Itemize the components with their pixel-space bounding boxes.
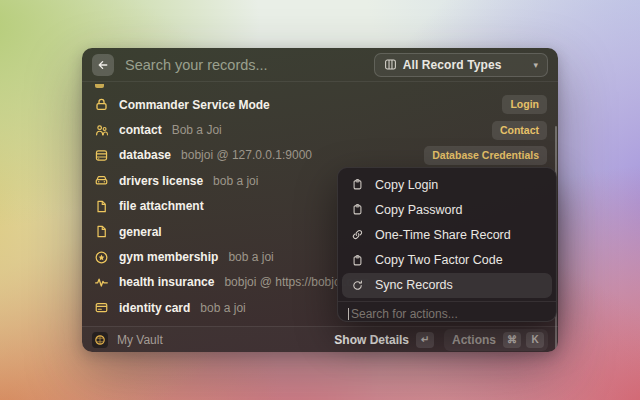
record-type-filter[interactable]: All Record Types ▾ <box>374 53 548 77</box>
record-type-badge: Database Credentials <box>424 146 547 165</box>
contact-icon <box>94 123 109 138</box>
clipboard-icon <box>351 178 365 192</box>
record-title: drivers license <box>119 174 203 188</box>
vault-name[interactable]: My Vault <box>117 333 163 347</box>
record-type-badge: Login <box>502 95 547 114</box>
lock-icon <box>94 97 109 112</box>
cmd-key-badge: ⌘ <box>503 332 521 348</box>
k-key-badge: K <box>526 332 544 348</box>
record-subtitle: bob a joi <box>228 250 273 264</box>
record-title: Commander Service Mode <box>119 98 270 112</box>
record-title: gym membership <box>119 250 218 264</box>
record-title: general <box>119 225 162 239</box>
menu-item-label: Copy Login <box>375 178 438 192</box>
record-subtitle: bob a joi <box>213 174 258 188</box>
menu-item-label: Sync Records <box>375 278 453 292</box>
record-type-badge: Contact <box>492 121 547 140</box>
file-icon <box>94 199 109 214</box>
arrow-left-icon <box>97 59 109 71</box>
database-icon <box>94 148 109 163</box>
record-subtitle: bob a joi <box>200 301 245 315</box>
actions-search-input[interactable]: Search for actions... <box>338 301 556 322</box>
record-title: database <box>119 148 171 162</box>
search-input[interactable]: Search your records... <box>125 57 374 73</box>
record-title: health insurance <box>119 275 214 289</box>
record-types-icon <box>384 58 397 71</box>
menu-item-label: One-Time Share Record <box>375 228 511 242</box>
clipboard-icon <box>351 253 365 267</box>
back-button[interactable] <box>92 54 114 76</box>
menu-item-label: Copy Password <box>375 203 463 217</box>
link-icon <box>351 228 365 242</box>
menu-item-copy-login[interactable]: Copy Login <box>342 172 552 197</box>
bottom-bar: My Vault Show Details ↵ Actions ⌘ K <box>82 326 558 352</box>
show-details-button[interactable]: Show Details <box>334 333 409 347</box>
menu-item-copy-password[interactable]: Copy Password <box>342 197 552 222</box>
menu-item-sync-records[interactable]: Sync Records <box>342 273 552 298</box>
chevron-down-icon: ▾ <box>533 60 538 70</box>
sync-icon <box>351 278 365 292</box>
text-caret <box>348 308 349 320</box>
record-row-database[interactable]: database bobjoi @ 127.0.0.1:9000 Databas… <box>82 143 558 168</box>
enter-key-badge: ↵ <box>416 332 434 348</box>
record-row-contact[interactable]: contact Bob a Joi Contact <box>82 117 558 142</box>
star-icon <box>94 250 109 265</box>
menu-item-one-time-share[interactable]: One-Time Share Record <box>342 222 552 247</box>
file-icon <box>94 224 109 239</box>
record-title: contact <box>119 123 162 137</box>
actions-label: Actions <box>452 333 496 347</box>
menu-item-label: Copy Two Factor Code <box>375 253 503 267</box>
clipboard-icon <box>351 203 365 217</box>
actions-context-menu: Copy Login Copy Password One-Time Share … <box>337 167 557 322</box>
record-subtitle: bobjoi @ 127.0.0.1:9000 <box>181 148 312 162</box>
record-subtitle: Bob a Joi <box>172 123 222 137</box>
record-title: identity card <box>119 301 190 315</box>
record-row-commander[interactable]: Commander Service Mode Login <box>82 92 558 117</box>
idcard-icon <box>94 300 109 315</box>
pulse-icon <box>94 275 109 290</box>
record-type-filter-label: All Record Types <box>403 58 502 72</box>
menu-item-copy-two-factor[interactable]: Copy Two Factor Code <box>342 248 552 273</box>
clipped-row-icon <box>95 84 104 88</box>
actions-button[interactable]: Actions ⌘ K <box>444 329 548 351</box>
top-bar: Search your records... All Record Types … <box>82 48 558 82</box>
record-title: file attachment <box>119 199 204 213</box>
keeper-logo <box>92 332 108 348</box>
actions-search-placeholder: Search for actions... <box>351 307 458 321</box>
car-icon <box>94 173 109 188</box>
